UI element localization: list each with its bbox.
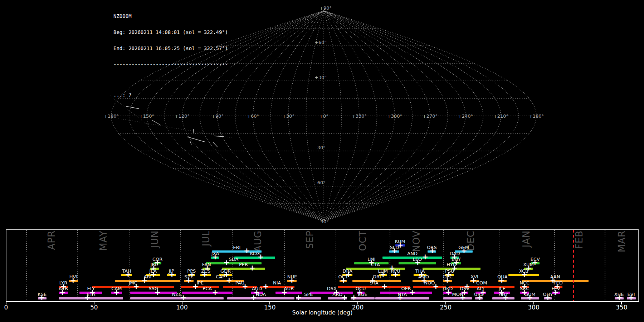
shower-peak-marker: + (288, 277, 296, 284)
shower-peak-marker: + (83, 294, 91, 302)
shower-bar (443, 297, 472, 299)
month-label: OCT (357, 230, 368, 251)
shower-peak-marker: + (201, 271, 209, 279)
shower-label: PER (239, 262, 248, 267)
shower-bar (338, 286, 410, 288)
month-separator (130, 230, 130, 301)
shower-peak-marker: + (168, 271, 176, 279)
shower-peak-marker: + (381, 283, 389, 291)
month-separator (232, 230, 233, 301)
current-sol-line (573, 230, 574, 301)
shower-label: PCA (203, 286, 212, 291)
shower-peak-marker: + (262, 283, 270, 291)
shower-bar (182, 292, 233, 294)
shower-peak-marker: + (132, 283, 140, 291)
shower-peak-marker: + (396, 294, 404, 302)
month-separator (605, 230, 605, 301)
month-label: APR (46, 230, 57, 250)
shower-peak-marker: + (432, 283, 440, 291)
shower-peak-marker: + (113, 289, 121, 297)
tick-label: 300 (523, 304, 545, 311)
shower-label: EGE (358, 292, 367, 297)
month-label: FEB (574, 230, 585, 249)
activity-timeline: Solar longitude (deg) APRMAYJUNJULAUGSEP… (0, 0, 644, 322)
shower-label: STA (370, 280, 379, 286)
month-label: JUL (201, 230, 211, 246)
shower-bar (234, 257, 275, 259)
shower-peak-marker: + (502, 294, 510, 302)
shower-peak-marker: + (391, 247, 399, 255)
shower-peak-marker: + (408, 289, 416, 297)
shower-peak-marker: + (443, 277, 451, 284)
shower-peak-marker: + (544, 294, 552, 302)
tick-label: 150 (259, 304, 280, 311)
shower-bar (130, 297, 224, 299)
month-label: NOV (411, 230, 422, 252)
shower-peak-marker: + (444, 289, 452, 297)
tick-label: 0 (0, 304, 17, 311)
shower-peak-marker: + (615, 294, 623, 302)
month-label: JUN (150, 230, 160, 248)
shower-peak-marker: + (211, 289, 219, 297)
month-label: JAN (521, 230, 532, 247)
shower-peak-marker: + (211, 253, 219, 261)
shower-peak-marker: + (191, 283, 199, 291)
shower-peak-marker: + (58, 289, 66, 297)
shower-peak-marker: + (341, 294, 348, 302)
tick-label: 200 (347, 304, 369, 311)
shower-peak-marker: + (627, 294, 635, 302)
shower-peak-marker: + (428, 247, 436, 255)
shower-peak-marker: + (340, 277, 347, 284)
shower-label: SPE (304, 292, 313, 297)
shower-peak-marker: + (459, 294, 467, 302)
shower-bar (413, 286, 446, 288)
shower-bar (227, 297, 294, 299)
shower-label: CAP (216, 274, 225, 279)
shower-label: AND (407, 251, 418, 256)
shower-peak-marker: + (257, 253, 265, 261)
shower-peak-marker: + (498, 277, 506, 284)
shower-peak-marker: + (250, 294, 258, 302)
shower-peak-marker: + (225, 277, 233, 284)
shower-peak-marker: + (280, 289, 288, 297)
meteor-observation-screen: +180°+150°+120°+90°+60°+30°+0°+330°+300°… (0, 0, 644, 322)
shower-peak-marker: + (179, 294, 187, 302)
tick-label: 100 (171, 304, 193, 311)
tick-label: 350 (611, 304, 632, 311)
shower-peak-marker: + (223, 259, 230, 267)
shower-peak-marker: + (460, 247, 468, 255)
month-label: AUG (253, 230, 263, 252)
shower-label: ERI (233, 245, 240, 250)
month-separator (26, 230, 27, 301)
month-label: MAR (616, 230, 627, 252)
shower-peak-marker: + (520, 271, 528, 279)
shower-peak-marker: + (248, 264, 256, 272)
shower-peak-marker: + (421, 253, 429, 261)
shower-peak-marker: + (154, 289, 162, 297)
month-separator (77, 230, 78, 301)
shower-label: CTA (371, 262, 380, 267)
shower-peak-marker: + (294, 294, 302, 302)
shower-peak-marker: + (476, 294, 484, 302)
shower-peak-marker: + (38, 294, 46, 302)
shower-peak-marker: + (124, 271, 132, 279)
shower-peak-marker: + (241, 283, 249, 291)
shower-peak-marker: + (392, 271, 400, 279)
shower-peak-marker: + (414, 259, 422, 267)
shower-peak-marker: + (69, 277, 77, 284)
shower-label: NIA (273, 280, 281, 286)
month-label: SEP (304, 230, 315, 249)
tick-label: 50 (83, 304, 105, 311)
month-label: MAY (98, 230, 109, 251)
month-separator (180, 230, 181, 301)
tick-label: 250 (435, 304, 457, 311)
shower-peak-marker: + (350, 294, 358, 302)
shower-label: COM (476, 280, 487, 286)
shower-peak-marker: + (243, 247, 251, 255)
shower-peak-marker: + (526, 294, 534, 302)
shower-peak-marker: + (552, 289, 560, 297)
shower-peak-marker: + (141, 277, 148, 284)
